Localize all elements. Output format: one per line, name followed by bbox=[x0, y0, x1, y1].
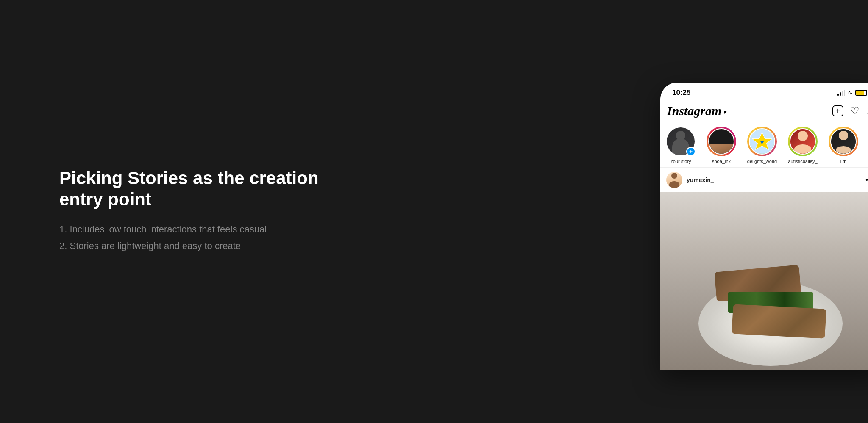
battery-body bbox=[855, 90, 867, 96]
activity-button[interactable]: ♡ bbox=[850, 106, 860, 116]
autisticbailey-ring bbox=[788, 127, 818, 156]
waffle-bottom bbox=[732, 304, 826, 338]
your-story-label: Your story bbox=[670, 159, 691, 164]
left-panel: Picking Stories as the creation entry po… bbox=[59, 168, 356, 255]
add-story-button[interactable]: + bbox=[686, 147, 696, 156]
list-item-2: 2. Stories are lightweight and easy to c… bbox=[59, 239, 356, 254]
delights-world-avatar-wrap: ★ bbox=[747, 127, 777, 156]
sooa-ink-avatar-wrap bbox=[707, 127, 736, 156]
signal-bar-3 bbox=[842, 91, 843, 96]
signal-icon bbox=[837, 90, 845, 96]
lth-avatar bbox=[830, 128, 857, 155]
post-more-options[interactable]: ••• bbox=[865, 176, 868, 185]
status-time: 10:25 bbox=[672, 88, 690, 97]
stories-row: + Your story sooa_ink bbox=[660, 123, 868, 167]
post-user-info: yumexin_ bbox=[666, 172, 714, 188]
ig-logo-chevron: ▾ bbox=[723, 108, 726, 116]
delights-world-avatar: ★ bbox=[749, 128, 775, 155]
your-story-avatar-wrap: + bbox=[666, 127, 696, 156]
sooa-ink-avatar bbox=[708, 128, 734, 155]
delights-world-ring: ★ bbox=[747, 127, 777, 156]
list-item-1-text: Includes low touch interactions that fee… bbox=[70, 224, 267, 235]
battery-fill bbox=[856, 91, 864, 95]
story-item-lth[interactable]: l.th bbox=[823, 125, 864, 167]
ig-header: Instagram ▾ ♡ ➤ 5 bbox=[660, 100, 868, 123]
autisticbailey-avatar-wrap bbox=[788, 127, 818, 156]
svg-text:★: ★ bbox=[760, 139, 765, 144]
heart-icon: ♡ bbox=[850, 106, 860, 116]
add-post-button[interactable] bbox=[832, 105, 843, 116]
post-user-avatar[interactable] bbox=[666, 172, 682, 188]
ig-logo[interactable]: Instagram ▾ bbox=[667, 104, 726, 118]
post-image bbox=[660, 192, 868, 370]
lth-ring bbox=[829, 127, 858, 156]
lth-label: l.th bbox=[840, 159, 847, 164]
delights-world-label: delights_world bbox=[747, 159, 777, 164]
sooa-ink-label: sooa_ink bbox=[712, 159, 731, 164]
autisticbailey-avatar bbox=[790, 128, 816, 155]
post-username: yumexin_ bbox=[687, 177, 714, 183]
ig-header-icons: ♡ ➤ 5 bbox=[832, 105, 868, 116]
ig-logo-text: Instagram bbox=[667, 104, 721, 118]
main-heading: Picking Stories as the creation entry po… bbox=[59, 168, 356, 210]
phone-mockup: 10:25 ∿ Instagram bbox=[660, 83, 868, 370]
post-header: yumexin_ ••• bbox=[660, 168, 868, 192]
lth-avatar-wrap bbox=[829, 127, 858, 156]
wifi-icon: ∿ bbox=[848, 89, 853, 96]
signal-bar-2 bbox=[840, 92, 841, 96]
signal-bar-4 bbox=[844, 90, 845, 96]
battery-icon bbox=[855, 90, 868, 96]
messenger-icon: ➤ bbox=[866, 106, 868, 116]
post-avatar-face bbox=[666, 172, 682, 188]
status-bar: 10:25 ∿ bbox=[660, 83, 868, 100]
list-item-2-text: Stories are lightweight and easy to crea… bbox=[70, 241, 241, 252]
sooa-hair bbox=[709, 129, 734, 144]
sooa-face bbox=[709, 129, 734, 154]
signal-bar-1 bbox=[837, 94, 839, 96]
status-icons: ∿ bbox=[837, 89, 868, 96]
messenger-button[interactable]: ➤ 5 bbox=[866, 106, 868, 116]
sooa-ink-ring bbox=[707, 127, 736, 156]
add-square-icon bbox=[832, 105, 843, 116]
autisticbailey-label: autisticbailey_ bbox=[788, 159, 817, 164]
story-item-delights-world[interactable]: ★ delights_world bbox=[742, 125, 782, 167]
phone-container: 10:25 ∿ Instagram bbox=[639, 0, 868, 423]
list-item-1: 1. Includes low touch interactions that … bbox=[59, 222, 356, 237]
star-svg: ★ bbox=[750, 128, 774, 155]
feature-list: 1. Includes low touch interactions that … bbox=[59, 222, 356, 254]
story-item-your-story[interactable]: + Your story bbox=[660, 125, 701, 167]
story-item-sooa-ink[interactable]: sooa_ink bbox=[701, 125, 742, 167]
food-item bbox=[711, 268, 830, 336]
story-item-autisticbailey[interactable]: autisticbailey_ bbox=[782, 125, 823, 167]
